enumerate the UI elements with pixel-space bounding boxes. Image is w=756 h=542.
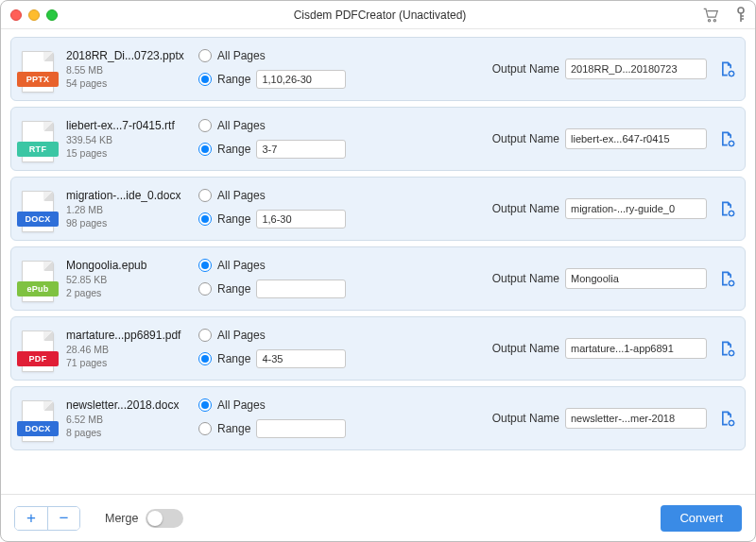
range-radio[interactable]	[198, 282, 212, 296]
add-remove-segment: + −	[14, 506, 80, 531]
output-group: Output Name	[378, 408, 737, 429]
output-name-label: Output Name	[492, 132, 559, 145]
file-info: martature...pp6891.pdf 28.46 MB 71 pages	[57, 329, 198, 368]
range-label: Range	[217, 352, 250, 365]
file-type-badge: ePub	[17, 281, 59, 296]
range-label: Range	[217, 212, 250, 226]
range-input[interactable]	[256, 419, 346, 438]
range-radio[interactable]	[198, 143, 212, 156]
all-pages-radio[interactable]	[198, 189, 212, 202]
file-pages: 15 pages	[66, 147, 198, 159]
file-type-icon: RTF	[19, 115, 57, 162]
file-row[interactable]: DOCX newsletter...2018.docx 6.52 MB 8 pa…	[10, 386, 746, 450]
output-group: Output Name	[378, 198, 737, 219]
add-file-button[interactable]: +	[15, 507, 47, 530]
output-group: Output Name	[378, 268, 737, 289]
range-label: Range	[217, 143, 250, 156]
file-name: newsletter...2018.docx	[66, 398, 198, 412]
file-pages: 54 pages	[66, 77, 198, 89]
file-size: 339.54 KB	[66, 134, 198, 145]
titlebar: Cisdem PDFCreator (Unactivated)	[1, 1, 755, 29]
file-type-icon: DOCX	[19, 395, 57, 442]
convert-button[interactable]: Convert	[661, 505, 742, 532]
merge-toggle[interactable]	[146, 509, 183, 528]
file-pages: 71 pages	[66, 357, 198, 368]
app-window: Cisdem PDFCreator (Unactivated) PPTX 201…	[0, 0, 756, 542]
file-row[interactable]: DOCX migration-...ide_0.docx 1.28 MB 98 …	[10, 177, 746, 241]
output-name-input[interactable]	[565, 408, 707, 429]
file-type-icon: PDF	[19, 325, 57, 372]
range-input[interactable]	[256, 70, 346, 89]
row-settings-icon[interactable]	[716, 338, 737, 359]
all-pages-label: All Pages	[217, 49, 266, 62]
file-pages: 2 pages	[66, 287, 198, 298]
all-pages-label: All Pages	[217, 398, 266, 412]
key-icon[interactable]	[736, 7, 746, 24]
all-pages-radio[interactable]	[198, 49, 212, 62]
merge-label: Merge	[105, 512, 138, 525]
file-name: liebert-ex...7-r0415.rtf	[66, 119, 198, 132]
range-label: Range	[217, 282, 250, 296]
file-row[interactable]: PDF martature...pp6891.pdf 28.46 MB 71 p…	[10, 316, 746, 381]
all-pages-label: All Pages	[217, 119, 266, 132]
row-settings-icon[interactable]	[716, 59, 737, 79]
output-name-label: Output Name	[492, 342, 559, 355]
file-info: Mongoolia.epub 52.85 KB 2 pages	[57, 259, 198, 298]
range-label: Range	[217, 422, 250, 435]
file-info: migration-...ide_0.docx 1.28 MB 98 pages	[57, 189, 198, 229]
page-range-group: All Pages Range	[198, 259, 378, 298]
range-radio[interactable]	[198, 352, 212, 365]
output-name-input[interactable]	[565, 338, 707, 359]
file-type-icon: DOCX	[19, 185, 57, 232]
row-settings-icon[interactable]	[716, 198, 737, 219]
row-settings-icon[interactable]	[716, 408, 737, 429]
file-size: 28.46 MB	[66, 344, 198, 355]
output-name-label: Output Name	[492, 202, 559, 215]
window-title: Cisdem PDFCreator (Unactivated)	[58, 8, 702, 22]
file-name: Mongoolia.epub	[66, 259, 198, 272]
output-name-input[interactable]	[565, 59, 707, 79]
file-type-badge: PPTX	[17, 72, 59, 87]
output-name-input[interactable]	[565, 198, 707, 219]
file-row[interactable]: PPTX 2018RR_Di...0723.pptx 8.55 MB 54 pa…	[10, 37, 746, 101]
all-pages-radio[interactable]	[198, 119, 212, 132]
range-input[interactable]	[256, 210, 346, 229]
remove-file-button[interactable]: −	[47, 507, 79, 530]
file-type-icon: ePub	[19, 255, 57, 302]
footer-toolbar: + − Merge Convert	[1, 494, 755, 541]
all-pages-label: All Pages	[217, 329, 266, 342]
range-input[interactable]	[256, 349, 346, 368]
range-radio[interactable]	[198, 422, 212, 435]
zoom-window-button[interactable]	[46, 9, 58, 21]
range-radio[interactable]	[198, 73, 212, 86]
output-name-input[interactable]	[565, 268, 707, 289]
row-settings-icon[interactable]	[716, 128, 737, 149]
file-row[interactable]: ePub Mongoolia.epub 52.85 KB 2 pages All…	[10, 246, 746, 311]
output-name-label: Output Name	[492, 272, 559, 285]
cart-icon[interactable]	[702, 8, 719, 23]
file-type-badge: RTF	[17, 142, 59, 157]
all-pages-label: All Pages	[217, 259, 266, 272]
all-pages-radio[interactable]	[198, 259, 212, 272]
file-pages: 98 pages	[66, 217, 198, 229]
file-info: liebert-ex...7-r0415.rtf 339.54 KB 15 pa…	[57, 119, 198, 159]
file-size: 8.55 MB	[66, 64, 198, 76]
output-name-input[interactable]	[565, 128, 707, 149]
all-pages-radio[interactable]	[198, 329, 212, 342]
all-pages-label: All Pages	[217, 189, 266, 202]
range-input[interactable]	[256, 140, 346, 159]
file-name: martature...pp6891.pdf	[66, 329, 198, 342]
range-input[interactable]	[256, 279, 346, 298]
output-name-label: Output Name	[492, 62, 559, 76]
close-window-button[interactable]	[10, 9, 22, 21]
row-settings-icon[interactable]	[716, 268, 737, 289]
window-controls	[10, 9, 58, 21]
file-row[interactable]: RTF liebert-ex...7-r0415.rtf 339.54 KB 1…	[10, 107, 746, 171]
all-pages-radio[interactable]	[198, 398, 212, 412]
file-info: 2018RR_Di...0723.pptx 8.55 MB 54 pages	[57, 49, 198, 89]
page-range-group: All Pages Range	[198, 398, 378, 438]
range-radio[interactable]	[198, 212, 212, 226]
file-name: migration-...ide_0.docx	[66, 189, 198, 202]
output-group: Output Name	[378, 128, 737, 149]
minimize-window-button[interactable]	[28, 9, 40, 21]
